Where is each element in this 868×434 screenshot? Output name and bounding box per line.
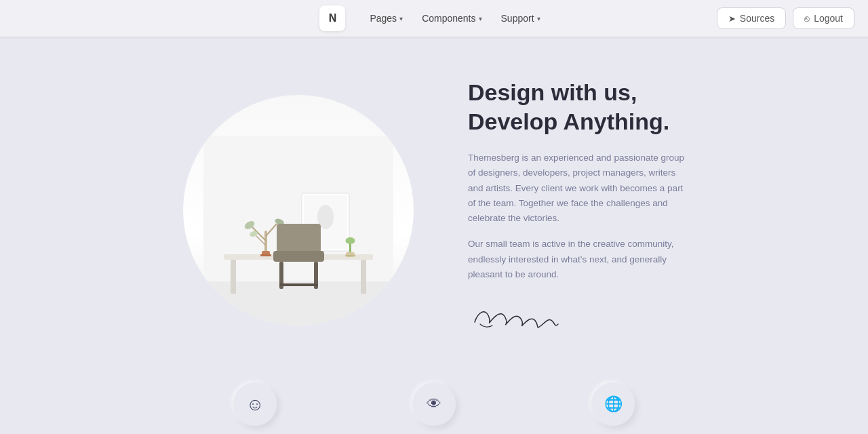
pages-label: Pages bbox=[370, 13, 397, 24]
nav-item-support[interactable]: Support ▾ bbox=[493, 9, 549, 28]
support-chevron-icon: ▾ bbox=[537, 15, 540, 22]
globe-icon: 🌐 bbox=[604, 395, 623, 413]
signature bbox=[468, 298, 685, 342]
eye-icon-circle[interactable]: 👁 bbox=[412, 382, 456, 426]
svg-rect-22 bbox=[345, 255, 355, 256]
desk-scene bbox=[183, 95, 414, 326]
svg-rect-3 bbox=[231, 260, 236, 294]
svg-rect-18 bbox=[260, 254, 271, 256]
hero-image bbox=[183, 95, 414, 326]
hero-description-1: Themesberg is an experienced and passion… bbox=[468, 151, 685, 226]
smiley-icon-circle[interactable]: ☺ bbox=[233, 382, 277, 426]
hero-description-2: Our small team is active in the creative… bbox=[468, 237, 685, 282]
navbar-inner: N Pages ▾ Components ▾ Support ▾ bbox=[319, 5, 548, 31]
nav-menu: Pages ▾ Components ▾ Support ▾ bbox=[361, 9, 548, 28]
svg-rect-4 bbox=[361, 260, 366, 294]
support-label: Support bbox=[501, 13, 534, 24]
smiley-icon: ☺ bbox=[246, 394, 264, 415]
logout-button[interactable]: ⎋ Logout bbox=[793, 7, 854, 29]
sources-button[interactable]: ➤ Sources bbox=[717, 7, 786, 29]
svg-point-20 bbox=[346, 237, 355, 244]
nav-item-pages[interactable]: Pages ▾ bbox=[361, 9, 411, 28]
signature-svg bbox=[468, 298, 570, 336]
svg-rect-24 bbox=[273, 251, 324, 262]
sources-arrow-icon: ➤ bbox=[728, 14, 736, 24]
components-label: Components bbox=[422, 13, 475, 24]
nav-item-components[interactable]: Components ▾ bbox=[414, 9, 490, 28]
navbar: N Pages ▾ Components ▾ Support ▾ ➤ Sourc… bbox=[0, 0, 868, 37]
pages-chevron-icon: ▾ bbox=[399, 15, 403, 22]
globe-icon-circle[interactable]: 🌐 bbox=[591, 382, 635, 426]
logout-label: Logout bbox=[814, 13, 843, 24]
desk-illustration bbox=[203, 136, 393, 326]
nav-logo[interactable]: N bbox=[319, 5, 345, 31]
sources-label: Sources bbox=[740, 13, 774, 24]
svg-rect-27 bbox=[279, 283, 318, 286]
components-chevron-icon: ▾ bbox=[479, 15, 482, 22]
bottom-icons: ☺ 👁 🌐 bbox=[0, 369, 868, 434]
eye-icon: 👁 bbox=[427, 395, 441, 413]
svg-rect-23 bbox=[277, 224, 321, 252]
main-content: Design with us, Develop Anything. Themes… bbox=[0, 37, 868, 369]
logout-icon: ⎋ bbox=[804, 14, 810, 24]
text-content: Design with us, Develop Anything. Themes… bbox=[468, 78, 685, 342]
hero-title: Design with us, Develop Anything. bbox=[468, 78, 685, 136]
navbar-actions: ➤ Sources ⎋ Logout bbox=[717, 7, 854, 29]
